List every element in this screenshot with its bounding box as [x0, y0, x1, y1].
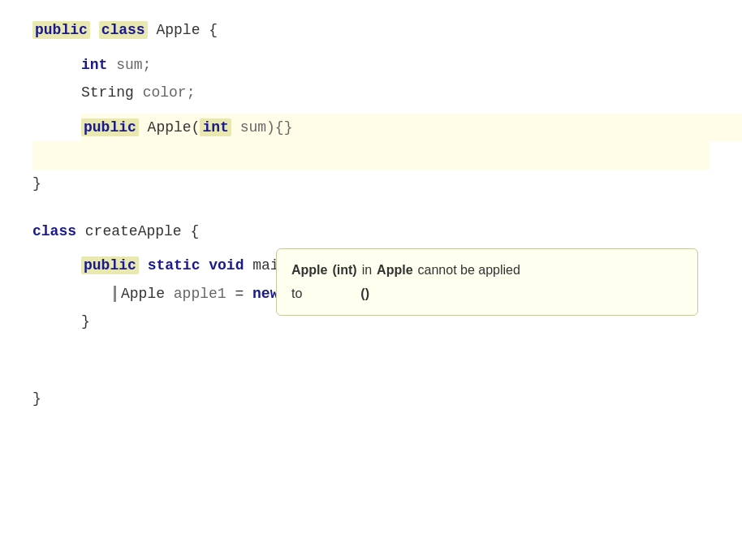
code-line-7: class createApple { — [32, 218, 710, 246]
var-apple1: apple1 — [174, 286, 226, 302]
tooltip-empty-parens: () — [360, 282, 369, 306]
code-line-4: public Apple(int sum){} — [81, 114, 742, 142]
tooltip-apple-2: Apple — [377, 259, 412, 282]
keyword-new: new — [252, 286, 278, 302]
keyword-void: void — [209, 257, 244, 274]
code-line-2: int sum; — [81, 51, 710, 80]
tooltip-cannot-text: cannot be applied — [418, 259, 520, 282]
keyword-public-3: public — [81, 256, 139, 274]
tooltip-line-1: Apple (int) in Apple cannot be applied — [291, 259, 683, 282]
keyword-static: static — [148, 257, 201, 274]
code-line-1: public class Apple { — [32, 16, 710, 45]
keyword-public-1: public — [32, 21, 90, 39]
error-tooltip: Apple (int) in Apple cannot be applied t… — [276, 248, 698, 317]
var-sum: sum; — [116, 57, 151, 73]
type-int-1: int — [81, 57, 107, 73]
type-string: String — [81, 84, 134, 101]
code-line-6: } — [32, 170, 710, 198]
tooltip-line-2: to () — [291, 282, 683, 306]
tooltip-apple-1: Apple — [291, 259, 327, 282]
var-color: color; — [143, 84, 196, 101]
keyword-class-2: class — [32, 223, 76, 239]
param-sum: sum){} — [240, 119, 293, 136]
keyword-public-2: public — [81, 118, 139, 136]
code-line-5-empty — [32, 141, 710, 170]
code-line-3: String color; — [81, 79, 710, 107]
keyword-class-1: class — [99, 21, 148, 39]
code-editor: public class Apple { int sum; String col… — [32, 16, 710, 413]
code-line-11: } — [32, 385, 710, 413]
tooltip-to-text: to — [291, 282, 302, 306]
tooltip-in-text: in — [362, 259, 372, 282]
tooltip-int-param: (int) — [332, 259, 356, 282]
keyword-int-constructor: int — [200, 118, 231, 136]
